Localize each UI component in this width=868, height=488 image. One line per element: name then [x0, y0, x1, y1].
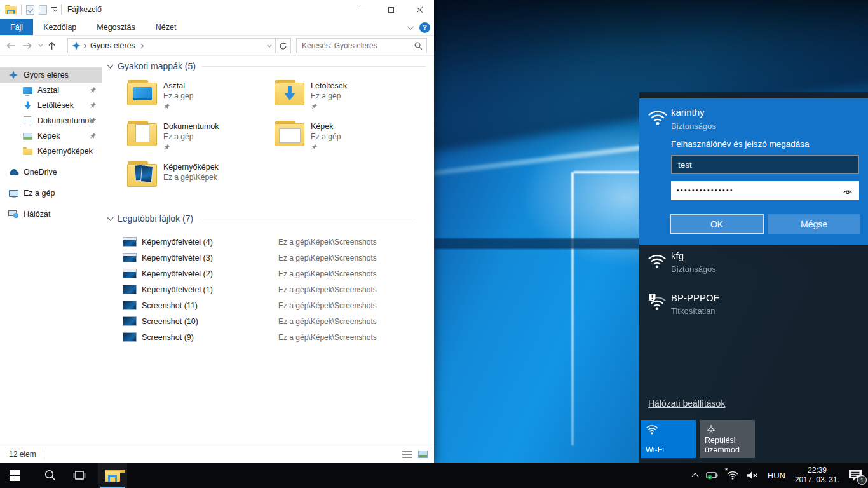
tab-home[interactable]: Kezdőlap	[33, 19, 86, 35]
breadcrumb[interactable]: Gyors elérés	[90, 41, 135, 50]
pin-icon	[89, 117, 97, 125]
help-icon[interactable]: ?	[419, 22, 430, 33]
refresh-button[interactable]	[276, 38, 291, 53]
address-bar[interactable]: Gyors elérés	[67, 38, 276, 53]
file-row[interactable]: Képernyőfelvétel (3) Ez a gép\Képek\Scre…	[102, 250, 430, 266]
sidebar-item-network[interactable]: Hálózat	[0, 207, 102, 222]
sidebar-item-downloads[interactable]: Letöltések	[0, 98, 102, 113]
language-indicator[interactable]: HUN	[766, 463, 787, 488]
task-view-icon	[73, 470, 86, 480]
documents-icon	[22, 116, 33, 125]
folder-location: Ez a gép	[311, 132, 341, 142]
network-security: Biztonságos	[671, 264, 716, 274]
sidebar-item-this-pc[interactable]: Ez a gép	[0, 186, 102, 201]
this-pc-icon	[8, 190, 19, 197]
pin-icon	[89, 132, 97, 140]
section-header-frequent[interactable]: Gyakori mappák (5)	[107, 61, 426, 71]
sidebar-item-onedrive[interactable]: OneDrive	[0, 165, 102, 180]
breadcrumb-separator-icon	[82, 43, 86, 48]
address-dropdown-icon[interactable]	[267, 43, 271, 47]
battery-tray-button[interactable]	[706, 463, 719, 488]
clock[interactable]: 22:39 2017. 03. 31.	[795, 466, 839, 485]
search-input[interactable]	[301, 41, 414, 51]
close-button[interactable]	[405, 0, 434, 19]
sidebar-item-desktop[interactable]: Asztal	[0, 83, 102, 98]
file-path: Ez a gép\Képek\Screenshots	[278, 333, 377, 342]
ok-button[interactable]: OK	[670, 214, 764, 234]
up-icon[interactable]	[48, 41, 56, 50]
wifi-toggle-tile[interactable]: Wi-Fi	[641, 420, 696, 458]
show-hidden-icons-button[interactable]	[693, 463, 698, 488]
networks-available-badge: *	[725, 466, 728, 475]
sidebar-item-pictures[interactable]: Képek	[0, 128, 102, 144]
taskbar-search-button[interactable]	[36, 463, 65, 488]
breadcrumb-separator-icon[interactable]	[139, 43, 144, 48]
new-folder-icon[interactable]	[39, 5, 47, 15]
recent-locations-icon[interactable]	[38, 43, 43, 47]
file-row[interactable]: Képernyőfelvétel (1) Ez a gép\Képek\Scre…	[102, 281, 430, 297]
network-tray-button[interactable]: *	[727, 463, 738, 488]
section-rule	[202, 66, 426, 67]
sidebar-item-documents[interactable]: Dokumentumok	[0, 113, 102, 128]
minimize-button[interactable]	[348, 0, 377, 19]
wifi-icon	[727, 471, 738, 480]
back-icon[interactable]	[6, 42, 16, 50]
view-switcher	[402, 451, 428, 458]
ribbon-right-controls: ?	[407, 19, 430, 36]
file-row[interactable]: Képernyőfelvétel (4) Ez a gép\Képek\Scre…	[102, 234, 430, 250]
taskbar: * HUN 22:39 2017. 03. 31. 1	[0, 463, 868, 488]
desktop-folder-icon	[127, 80, 158, 107]
pictures-folder-icon	[275, 121, 305, 147]
password-field[interactable]: •••••••••••••••	[671, 181, 859, 200]
maximize-button[interactable]	[377, 0, 405, 19]
folder-tile-screenshots[interactable]: Képernyőképek Ez a gép\Képek	[127, 161, 270, 200]
volume-tray-button[interactable]	[747, 463, 758, 488]
cancel-button[interactable]: Mégse	[768, 214, 860, 234]
large-icons-view-icon[interactable]	[418, 451, 428, 458]
network-item-kfg[interactable]: kfg Biztonságos	[639, 248, 868, 280]
sidebar-item-screenshots[interactable]: Képernyőképek	[0, 144, 102, 159]
sidebar-item-label: Képernyőképek	[37, 147, 93, 156]
folder-location: Ez a gép	[311, 91, 347, 101]
file-path: Ez a gép\Képek\Screenshots	[278, 269, 377, 278]
username-field[interactable]	[671, 155, 859, 174]
tab-view[interactable]: Nézet	[146, 19, 187, 35]
file-row[interactable]: Képernyőfelvétel (2) Ez a gép\Képek\Scre…	[102, 266, 430, 281]
folder-location: Ez a gép	[163, 132, 219, 142]
network-item-bp-pppoe[interactable]: BP-PPPOE Titkosítatlan	[639, 290, 868, 322]
tab-file[interactable]: Fájl	[0, 19, 33, 35]
file-row[interactable]: Screenshot (9) Ez a gép\Képek\Screenshot…	[102, 329, 430, 345]
details-view-icon[interactable]	[402, 451, 412, 458]
section-header-recent[interactable]: Legutóbbi fájlok (7)	[107, 214, 416, 224]
network-settings-link[interactable]: Hálózati beállítások	[648, 398, 725, 409]
reveal-password-icon[interactable]	[842, 187, 853, 194]
tab-share[interactable]: Megosztás	[86, 19, 145, 35]
forward-icon[interactable]	[22, 42, 32, 50]
folder-tile-documents[interactable]: Dokumentumok Ez a gép	[127, 121, 270, 159]
folder-tile-pictures[interactable]: Képek Ez a gép	[275, 121, 417, 159]
file-row[interactable]: Screenshot (10) Ez a gép\Képek\Screensho…	[102, 313, 430, 329]
network-icon	[8, 210, 19, 218]
properties-icon[interactable]	[26, 5, 34, 15]
network-name[interactable]: karinthy	[671, 107, 705, 118]
taskbar-file-explorer-button[interactable]	[98, 463, 127, 488]
folder-tile-downloads[interactable]: Letöltések Ez a gép	[275, 80, 417, 118]
minimize-icon	[360, 10, 366, 10]
content-pane: Gyakori mappák (5) Asztal Ez a gép	[102, 56, 434, 445]
customize-qat-dropdown-icon[interactable]	[51, 7, 57, 11]
screenshot-thumbnail-icon	[123, 332, 137, 342]
sidebar-item-label: OneDrive	[24, 168, 57, 177]
start-button[interactable]	[0, 463, 29, 488]
sidebar-item-label: Letöltések	[37, 101, 74, 110]
search-icon[interactable]	[414, 42, 423, 50]
ribbon-collapse-icon[interactable]	[407, 24, 414, 30]
sidebar-item-label: Ez a gép	[24, 189, 55, 198]
task-view-button[interactable]	[65, 463, 94, 488]
folder-tile-desktop[interactable]: Asztal Ez a gép	[127, 80, 270, 118]
sidebar-item-quick-access[interactable]: Gyors elérés	[0, 67, 102, 83]
action-center-button[interactable]: 1	[848, 463, 863, 488]
airplane-mode-tile[interactable]: Repülési üzemmód	[700, 420, 755, 458]
file-row[interactable]: Screenshot (11) Ez a gép\Képek\Screensho…	[102, 297, 430, 313]
system-tray: * HUN 22:39 2017. 03. 31. 1	[693, 463, 868, 488]
folder-name: Képernyőképek	[163, 162, 219, 172]
